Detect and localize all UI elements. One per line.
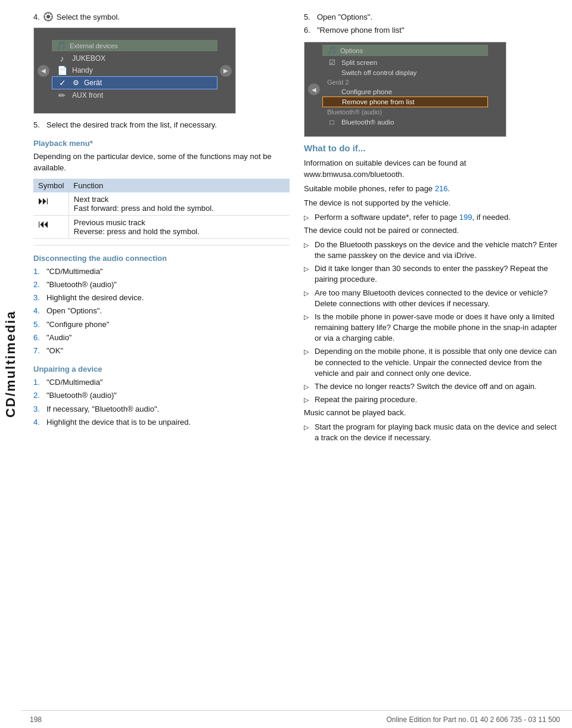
unpair-num-4: 4. bbox=[33, 417, 44, 428]
menu-row-handy: 📄 Handy bbox=[52, 64, 217, 76]
step-5-item-left: 5. Select the desired track from the lis… bbox=[33, 120, 290, 130]
bullet-arrow-1: ▷ bbox=[304, 213, 311, 223]
jukebox-icon: ♪ bbox=[57, 54, 67, 63]
configphone-label: Configure phone bbox=[341, 88, 392, 95]
bullet-arrow-9: ▷ bbox=[304, 423, 311, 443]
step-5-text-left: Select the desired track from the list, … bbox=[46, 120, 217, 130]
what-to-do-intro1: Information on suitable devices can be f… bbox=[304, 158, 560, 181]
disconnect-num-6: 6. bbox=[33, 332, 44, 343]
bullet-no-react: ▷ The device no longer reacts? Switch th… bbox=[304, 381, 560, 392]
options-row-splitscreen: ☑ Split screen bbox=[322, 57, 488, 68]
step-6-text-right: "Remove phone from list" bbox=[317, 25, 405, 36]
unpair-text-1: "CD/Multimedia" bbox=[46, 377, 102, 388]
what-to-do-heading: What to do if... bbox=[304, 143, 560, 153]
step-6-num-right: 6. bbox=[304, 25, 315, 36]
bullet-passkeys-text: Do the Bluetooth passkeys on the device … bbox=[315, 239, 560, 261]
bullet-arrow-8: ▷ bbox=[304, 396, 311, 405]
step-4-text: Select the symbol. bbox=[57, 13, 120, 21]
disconnect-step-1: 1. "CD/Multimedia" bbox=[33, 266, 290, 277]
footer: 198 Online Edition for Part no. 01 40 2 … bbox=[0, 710, 572, 728]
step-4-num: 4. bbox=[33, 13, 40, 21]
check-icon: ✓ bbox=[57, 78, 68, 88]
bullet-30seconds-text: Did it take longer than 30 seconds to en… bbox=[315, 263, 560, 285]
nav-left-arrow: ◀ bbox=[38, 65, 49, 77]
disconnect-num-5: 5. bbox=[33, 319, 44, 330]
bullet-arrow-4: ▷ bbox=[304, 289, 311, 309]
disconnect-text-4: Open "Options". bbox=[46, 306, 102, 316]
bullet-arrow-3: ▷ bbox=[304, 265, 311, 285]
step-6-item-right: 6. "Remove phone from list" bbox=[304, 25, 560, 36]
disconnect-num-3: 3. bbox=[33, 293, 44, 303]
playback-intro: Depending on the particular device, some… bbox=[33, 151, 290, 174]
left-column: 4. Select the symbol. ◀ bbox=[33, 12, 290, 446]
unpair-text-3: If necessary, "Bluetooth® audio". bbox=[46, 404, 159, 415]
table-header-symbol: Symbol bbox=[33, 179, 69, 192]
aux-label: AUX front bbox=[72, 91, 103, 99]
options-menu-header: 🎵 Options bbox=[322, 45, 488, 56]
next-track-f1: Next track bbox=[74, 195, 285, 204]
options-row-switchoff: Switch off control display bbox=[322, 68, 488, 77]
divider-1 bbox=[33, 245, 290, 245]
unpair-num-2: 2. bbox=[33, 390, 44, 401]
unpair-step-1: 1. "CD/Multimedia" bbox=[33, 377, 290, 388]
splitscreen-icon: ☑ bbox=[327, 58, 337, 67]
menu-header-text: External devices bbox=[70, 42, 118, 49]
disconnect-text-6: "Audio" bbox=[46, 332, 72, 343]
next-track-functions: Next track Fast forward: press and hold … bbox=[69, 192, 290, 216]
playback-heading: Playback menu* bbox=[33, 139, 290, 148]
next-track-symbol: ⏭ bbox=[33, 192, 69, 216]
svg-line-8 bbox=[50, 14, 51, 15]
gerat-label: Gerät bbox=[84, 79, 102, 87]
bt-audio-section-label: Bluetooth® (audio) bbox=[327, 108, 382, 116]
disconnect-num-4: 4. bbox=[33, 306, 44, 316]
menu-row-aux: ✏ AUX front bbox=[52, 89, 217, 101]
scenario2-text: The device could not be paired or connec… bbox=[304, 225, 560, 237]
bullet-passkeys: ▷ Do the Bluetooth passkeys on the devic… bbox=[304, 239, 560, 261]
svg-line-9 bbox=[45, 18, 46, 20]
menu-row-gerat: ✓ ⚙ Gerät bbox=[52, 76, 217, 89]
menu-header: 🎵 External devices bbox=[52, 40, 217, 51]
page-number: 198 bbox=[30, 715, 42, 724]
menu-header-icon: 🎵 bbox=[57, 41, 66, 50]
bullet-powersave-text: Is the mobile phone in power-save mode o… bbox=[315, 312, 560, 344]
gerat2-label: Gerät 2 bbox=[327, 79, 349, 86]
svg-line-6 bbox=[45, 14, 46, 15]
intro2-prefix: Suitable mobile phones, refer to page bbox=[304, 184, 435, 193]
svg-line-7 bbox=[50, 18, 51, 20]
step-5-text-right: Open "Options". bbox=[317, 12, 372, 23]
bullet-too-many-text: Are too many Bluetooth devices connected… bbox=[315, 288, 560, 309]
gerat-icon-inner: ⚙ bbox=[73, 79, 79, 87]
aux-icon: ✏ bbox=[57, 91, 67, 100]
disconnect-text-7: "OK" bbox=[46, 346, 63, 356]
bullet-powersave: ▷ Is the mobile phone in power-save mode… bbox=[304, 312, 560, 344]
svg-point-1 bbox=[46, 15, 50, 18]
prev-track-f2: Reverse: press and hold the symbol. bbox=[74, 227, 285, 236]
bullet-arrow-5: ▷ bbox=[304, 313, 311, 344]
unpair-text-2: "Bluetooth® (audio)" bbox=[46, 390, 117, 401]
disconnect-step-6: 6. "Audio" bbox=[33, 332, 290, 343]
disconnect-num-2: 2. bbox=[33, 279, 44, 290]
footer-text: Online Edition for Part no. 01 40 2 606 … bbox=[386, 715, 560, 724]
options-header-icon: 🎵 bbox=[327, 46, 337, 55]
bullet-arrow-6: ▷ bbox=[304, 347, 311, 379]
disconnect-step-5: 5. "Configure phone" bbox=[33, 319, 290, 330]
settings-icon bbox=[43, 12, 53, 21]
menu-row-jukebox: ♪ JUKEBOX bbox=[52, 52, 217, 64]
unpair-step-4: 4. Highlight the device that is to be un… bbox=[33, 417, 290, 428]
unpair-num-1: 1. bbox=[33, 377, 44, 388]
bullet-one-device-text: Depending on the mobile phone, it is pos… bbox=[315, 346, 560, 379]
jukebox-label: JUKEBOX bbox=[72, 54, 105, 63]
sidebar-label: CD/multimedia bbox=[0, 0, 21, 728]
disconnect-step-2: 2. "Bluetooth® (audio)" bbox=[33, 279, 290, 290]
bullet-30seconds: ▷ Did it take longer than 30 seconds to … bbox=[304, 263, 560, 285]
disconnect-num-7: 7. bbox=[33, 346, 44, 356]
disconnect-num-1: 1. bbox=[33, 266, 44, 277]
disconnect-text-3: Highlight the desired device. bbox=[46, 293, 144, 303]
bullet-too-many: ▷ Are too many Bluetooth devices connect… bbox=[304, 288, 560, 309]
splitscreen-label: Split screen bbox=[341, 59, 377, 66]
scenario1-text: The device is not supported by the vehic… bbox=[304, 198, 560, 209]
next-track-f2: Fast forward: press and hold the symbol. bbox=[74, 204, 285, 213]
prev-track-f1: Previous music track bbox=[74, 218, 285, 227]
bt-audio-label: Bluetooth® audio bbox=[341, 119, 394, 126]
bullet-one-device: ▷ Depending on the mobile phone, it is p… bbox=[304, 346, 560, 379]
